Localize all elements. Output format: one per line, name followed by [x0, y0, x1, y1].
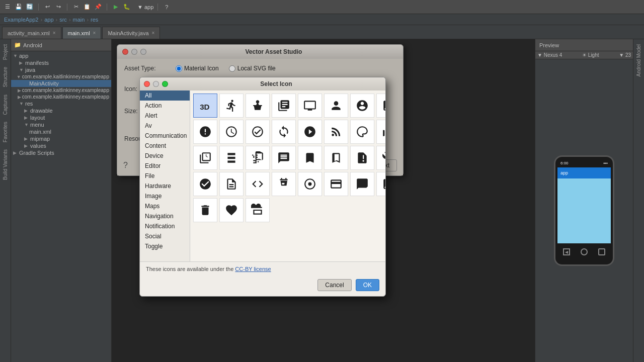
tree-package3[interactable]: ▶ com.example.kaitlinkinney.exampleapp: [11, 94, 111, 100]
copy-icon[interactable]: 📋: [83, 3, 92, 12]
icon-cell[interactable]: [298, 94, 322, 118]
si-cat-image[interactable]: Image: [140, 191, 190, 201]
icon-cell[interactable]: [246, 172, 270, 196]
icon-cell[interactable]: [376, 172, 385, 196]
path-project[interactable]: ExampleApp2: [4, 17, 39, 23]
path-app[interactable]: app: [44, 17, 53, 23]
save-icon[interactable]: 💾: [14, 3, 23, 12]
tree-res[interactable]: ▼ res: [11, 100, 111, 107]
si-close-btn[interactable]: [144, 81, 150, 87]
icon-cell[interactable]: [272, 172, 296, 196]
icon-cell[interactable]: [193, 172, 217, 196]
si-cat-hardware[interactable]: Hardware: [140, 181, 190, 191]
icon-cell[interactable]: [272, 146, 296, 170]
sidebar-captures[interactable]: Captures: [2, 92, 9, 118]
icon-cell[interactable]: [219, 94, 244, 118]
si-ok-btn[interactable]: OK: [356, 279, 379, 291]
sidebar-favorites[interactable]: Favorites: [2, 119, 9, 145]
preview-device[interactable]: ▼ Nexus 4: [537, 52, 562, 58]
si-max-btn[interactable]: [162, 81, 168, 87]
icon-cell[interactable]: [324, 120, 348, 144]
icon-cell[interactable]: [298, 172, 322, 196]
paste-icon[interactable]: 📌: [94, 3, 103, 12]
license-link[interactable]: CC-BY license: [235, 266, 271, 272]
icon-cell[interactable]: [272, 94, 296, 118]
sync-icon[interactable]: 🔄: [25, 3, 34, 12]
tab-main-xml[interactable]: main.xml ×: [62, 27, 102, 39]
icon-cell[interactable]: [219, 172, 244, 196]
icon-cell[interactable]: [219, 120, 244, 144]
icon-cell[interactable]: [324, 146, 348, 170]
tree-manifests[interactable]: ▶ manifests: [11, 59, 111, 66]
tree-mainactivity[interactable]: MainActivity: [11, 80, 111, 87]
icon-cell[interactable]: [193, 146, 217, 170]
run-icon[interactable]: ▶: [111, 3, 120, 12]
si-min-btn[interactable]: [153, 81, 159, 87]
tree-package1[interactable]: ▼ com.example.kaitlinkinney.exampleapp: [11, 73, 111, 80]
redo-icon[interactable]: ↪: [54, 3, 63, 12]
tree-values[interactable]: ▶ values: [11, 142, 111, 149]
tree-mipmap[interactable]: ▶ mipmap: [11, 135, 111, 142]
tree-java[interactable]: ▼ java: [11, 66, 111, 73]
icon-cell[interactable]: [350, 172, 374, 196]
icon-cell[interactable]: [376, 120, 385, 144]
icon-cell[interactable]: [350, 120, 374, 144]
tree-package2[interactable]: ▶ com.example.kaitlinkinney.exampleapp: [11, 87, 111, 94]
icon-cell[interactable]: [298, 120, 322, 144]
tree-menu[interactable]: ▼ menu: [11, 121, 111, 128]
path-src[interactable]: src: [59, 17, 67, 23]
icon-cell[interactable]: [324, 172, 348, 196]
icon-cell[interactable]: [219, 198, 244, 222]
icon-cell[interactable]: [193, 120, 217, 144]
path-res[interactable]: res: [91, 17, 98, 23]
icon-cell[interactable]: [324, 94, 348, 118]
tab-main-xml-close[interactable]: ×: [93, 30, 96, 36]
si-cat-all[interactable]: All: [140, 90, 190, 101]
undo-icon[interactable]: ↩: [43, 3, 52, 12]
phone-recent-btn[interactable]: [598, 248, 605, 255]
icon-cell[interactable]: [298, 146, 322, 170]
icon-cell[interactable]: [350, 94, 374, 118]
phone-back-btn[interactable]: ◀: [563, 248, 570, 255]
icon-cell[interactable]: [246, 146, 270, 170]
tab-activity-main-close[interactable]: ×: [53, 30, 56, 36]
si-cat-device[interactable]: Device: [140, 151, 190, 161]
tree-layout[interactable]: ▶ layout: [11, 114, 111, 121]
si-cat-communication[interactable]: Communication: [140, 131, 190, 141]
app-selector[interactable]: ▼ app: [137, 4, 153, 10]
tree-app[interactable]: ▼ app: [11, 52, 111, 59]
sidebar-build-variants[interactable]: Build Variants: [2, 146, 9, 183]
si-cat-action[interactable]: Action: [140, 101, 190, 111]
tree-drawable[interactable]: ▶ drawable: [11, 107, 111, 114]
tree-gradle[interactable]: ▶ Gradle Scripts: [11, 149, 111, 156]
icon-cell[interactable]: [376, 146, 385, 170]
icon-cell[interactable]: [219, 146, 244, 170]
preview-theme[interactable]: ☀ Light: [582, 52, 599, 58]
si-cat-content[interactable]: Content: [140, 141, 190, 151]
preview-api[interactable]: ▼ 23: [619, 52, 631, 58]
cut-icon[interactable]: ✂: [71, 3, 80, 12]
debug-icon[interactable]: 🐛: [122, 3, 131, 12]
tree-main-xml[interactable]: main.xml: [11, 128, 111, 135]
tab-activity-main[interactable]: activity_main.xml ×: [2, 27, 61, 39]
path-main[interactable]: main: [73, 17, 85, 23]
si-cat-av[interactable]: Av: [140, 121, 190, 131]
sidebar-structure[interactable]: Structure: [2, 64, 9, 90]
icon-cell[interactable]: [246, 94, 270, 118]
phone-home-btn[interactable]: [581, 248, 588, 255]
si-cat-toggle[interactable]: Toggle: [140, 241, 190, 251]
si-cat-file[interactable]: File: [140, 171, 190, 181]
si-cat-alert[interactable]: Alert: [140, 111, 190, 121]
icon-cell[interactable]: [272, 120, 296, 144]
sidebar-project[interactable]: Project: [2, 41, 9, 63]
tab-mainactivity-close[interactable]: ×: [152, 30, 155, 36]
icon-cell[interactable]: [246, 120, 270, 144]
si-cat-social[interactable]: Social: [140, 231, 190, 241]
icon-cell[interactable]: [350, 146, 374, 170]
si-cat-editor[interactable]: Editor: [140, 161, 190, 171]
sidebar-android-model[interactable]: Android Model: [635, 41, 642, 79]
si-cancel-btn[interactable]: Cancel: [317, 279, 351, 291]
icon-cell[interactable]: 3D: [193, 94, 217, 118]
si-cat-notification[interactable]: Notification: [140, 221, 190, 231]
si-cat-navigation[interactable]: Navigation: [140, 211, 190, 221]
